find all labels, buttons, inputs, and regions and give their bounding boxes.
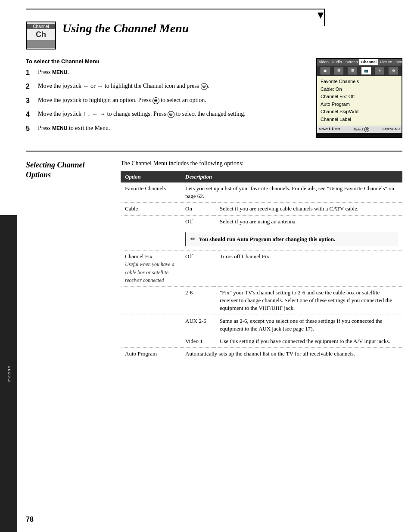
step-4-num: 4 bbox=[26, 110, 34, 119]
screen-nav-bar: Move:⬆⬇⬅➡ Select:⊕ End:MENU bbox=[317, 126, 402, 133]
note-content: ✏ You should run Auto Program after chan… bbox=[185, 232, 398, 246]
table-row: Video 1 Use this setting if you have con… bbox=[121, 335, 402, 347]
screen-icon-6: ⚙ bbox=[389, 67, 398, 74]
screen-option-1: Favorite Channels bbox=[321, 78, 398, 86]
screen-option-6: Channel Label bbox=[321, 116, 398, 124]
section-title-col: Selecting Channel Options bbox=[26, 160, 112, 360]
screen-options: Favorite Channels Cable: On Channel Fix:… bbox=[317, 76, 402, 126]
option-desc-chfix-off: Turns off Channel Fix. bbox=[215, 251, 402, 287]
section-heading-line1: Selecting Channel bbox=[26, 161, 85, 169]
step-3-num: 3 bbox=[26, 96, 34, 105]
screen-menu-screen: Screen bbox=[344, 59, 360, 65]
section-heading: Selecting Channel Options bbox=[26, 160, 112, 180]
screen-menu-setup: Setup bbox=[394, 59, 408, 65]
option-value-video: Video 1 bbox=[181, 335, 215, 347]
screen-nav-move: Move:⬆⬇⬅➡ bbox=[319, 127, 340, 132]
main-content: Channel Ch Using the Channel Menu To sel… bbox=[22, 0, 411, 369]
option-name-fav: Favorite Channels bbox=[121, 182, 181, 203]
option-desc-cable-off: Select if you are using an antenna. bbox=[215, 215, 402, 228]
note-text: You should run Auto Program after changi… bbox=[199, 236, 335, 242]
table-body: Favorite Channels Lets you set up a list… bbox=[121, 182, 402, 360]
channel-icon: Channel Ch bbox=[26, 22, 56, 49]
screen-icon-5: ☀ bbox=[375, 67, 384, 74]
option-desc-video: Use this setting if you have connected t… bbox=[215, 335, 402, 347]
option-value-cable-off: Off bbox=[181, 215, 215, 228]
step-2-num: 2 bbox=[26, 82, 34, 91]
screen-icon-3: ☰ bbox=[348, 67, 357, 74]
screen-icons-row: ▣ ☷ ☰ 📺 ☀ ⚙ bbox=[317, 65, 402, 76]
option-desc-chfix-26: "Fix" your TV's channel setting to 2-6 a… bbox=[215, 287, 402, 315]
step-4-text: Move the joystick ↑ ↓ ← → to change sett… bbox=[38, 110, 308, 119]
step-5-text: Press MENU to exit the Menu. bbox=[38, 124, 308, 133]
option-value-chfix-26: 2-6 bbox=[181, 287, 215, 315]
screen-option-4: Auto Program bbox=[321, 101, 398, 108]
option-desc-fav: Lets you set up a list of your favorite … bbox=[181, 182, 402, 203]
section-content: The Channel Menu includes the following … bbox=[121, 160, 402, 360]
table-row: 2-6 "Fix" your TV's channel setting to 2… bbox=[121, 287, 402, 315]
arrow-down-icon: ▼ bbox=[315, 9, 326, 21]
step-2: 2 Move the joystick ← or → to highlight … bbox=[26, 82, 308, 91]
options-table: Option Description Favorite Channels Let… bbox=[121, 171, 402, 360]
subtitle: To select the Channel Menu bbox=[26, 58, 308, 65]
channel-icon-label: Channel bbox=[27, 24, 55, 29]
option-note-box: ✏ You should run Auto Program after chan… bbox=[181, 228, 402, 251]
step-2-text: Move the joystick ← or → to highlight th… bbox=[38, 82, 308, 91]
option-value-aux: AUX 2-6 bbox=[181, 315, 215, 335]
table-header-row: Option Description bbox=[121, 171, 402, 182]
col-desc: Description bbox=[181, 171, 402, 182]
content-area: To select the Channel Menu 1 Press MENU.… bbox=[26, 58, 402, 138]
sidebar: menus bbox=[0, 215, 17, 532]
instructions-col: To select the Channel Menu 1 Press MENU.… bbox=[26, 58, 308, 138]
screen-icon-2: ☷ bbox=[334, 67, 343, 74]
option-desc-cable-on: Select if you are receiving cable channe… bbox=[215, 203, 402, 215]
step-5: 5 Press MENU to exit the Menu. bbox=[26, 124, 308, 133]
option-name-vid-empty bbox=[121, 335, 181, 347]
option-name-auto: Auto Program bbox=[121, 348, 181, 360]
col-option: Option bbox=[121, 171, 181, 182]
screen-option-2: Cable: On bbox=[321, 86, 398, 93]
bottom-section: Selecting Channel Options The Channel Me… bbox=[26, 160, 402, 360]
step-4: 4 Move the joystick ↑ ↓ ← → to change se… bbox=[26, 110, 308, 119]
channel-icon-decoration bbox=[27, 40, 55, 48]
table-row: Off Select if you are using an antenna. bbox=[121, 215, 402, 228]
option-value-cable-on: On bbox=[181, 203, 215, 215]
note-icon: ✏ bbox=[190, 236, 196, 242]
screen-icon-1: ▣ bbox=[321, 67, 330, 74]
option-name-note bbox=[121, 228, 181, 251]
step-5-num: 5 bbox=[26, 124, 34, 133]
table-row: Favorite Channels Lets you set up a list… bbox=[121, 182, 402, 203]
channel-icon-ch: Ch bbox=[36, 30, 46, 39]
option-name-cable-off bbox=[121, 215, 181, 228]
screen-menu-video: Video bbox=[317, 59, 330, 65]
title-area: Channel Ch Using the Channel Menu bbox=[26, 22, 402, 49]
screen-menu-picture: Picture bbox=[378, 59, 394, 65]
screen-menu-audio: Audio bbox=[330, 59, 344, 65]
screen-option-3: Channel Fix: Off bbox=[321, 93, 398, 101]
step-1-text: Press MENU. bbox=[38, 68, 308, 77]
option-desc-auto: Automatically sets up the channel list o… bbox=[181, 348, 402, 360]
table-row: Auto Program Automatically sets up the c… bbox=[121, 348, 402, 360]
option-name-cable: Cable bbox=[121, 203, 181, 215]
screen-preview: Video Audio Screen Channel Picture Setup… bbox=[316, 58, 402, 138]
table-row-note: ✏ You should run Auto Program after chan… bbox=[121, 228, 402, 251]
section-heading-line2: Options bbox=[26, 170, 51, 179]
intro-text: The Channel Menu includes the following … bbox=[121, 160, 402, 167]
step-list: 1 Press MENU. 2 Move the joystick ← or →… bbox=[26, 68, 308, 133]
step-3: 3 Move the joystick to highlight an opti… bbox=[26, 96, 308, 105]
option-value-chfix-off: Off bbox=[181, 251, 215, 287]
screen-menu-bar: Video Audio Screen Channel Picture Setup bbox=[317, 59, 402, 65]
table-row: AUX 2-6 Same as 2-6, except you select o… bbox=[121, 315, 402, 335]
section-divider bbox=[26, 151, 402, 152]
screen-menu-channel: Channel bbox=[359, 59, 378, 65]
screen-nav-end: End:MENU bbox=[383, 127, 400, 132]
sidebar-label: menus bbox=[6, 365, 11, 382]
screen-nav-select: Select:⊕ bbox=[354, 127, 369, 132]
page-title: Using the Channel Menu bbox=[62, 22, 189, 35]
screen-icon-4: 📺 bbox=[361, 67, 371, 74]
top-border bbox=[26, 9, 325, 9]
screen-option-5: Channel Skip/Add bbox=[321, 108, 398, 116]
option-desc-aux: Same as 2-6, except you select one of th… bbox=[215, 315, 402, 335]
table-header: Option Description bbox=[121, 171, 402, 182]
option-name-chfix-26-empty bbox=[121, 287, 181, 315]
page-number: 78 bbox=[26, 516, 34, 523]
